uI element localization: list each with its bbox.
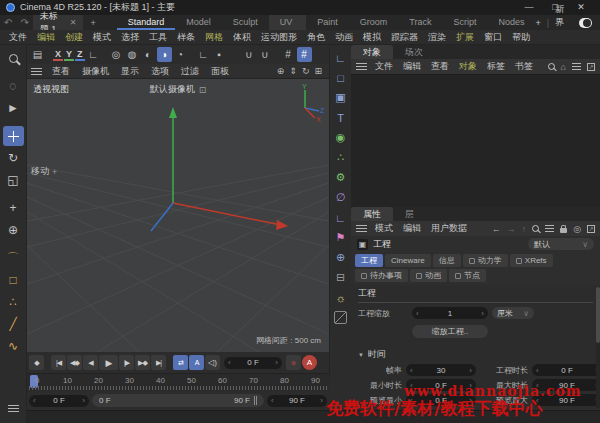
increment-icon[interactable]: ›: [82, 396, 85, 405]
duration-value[interactable]: 0 F: [539, 366, 596, 375]
menu-extensions[interactable]: 扩展: [451, 31, 479, 44]
menu-window[interactable]: 窗口: [479, 31, 507, 44]
om-menu-file[interactable]: 文件: [370, 60, 398, 73]
lock-icon[interactable]: [560, 228, 567, 233]
attr-scrollbar[interactable]: [596, 287, 600, 408]
attr-hamburger-icon[interactable]: [356, 225, 367, 232]
pan-icon[interactable]: ⇕: [289, 66, 297, 76]
target-icon[interactable]: ◎: [573, 224, 581, 234]
home-icon[interactable]: ⌂: [561, 62, 566, 72]
sketch-tool[interactable]: ∿: [3, 336, 24, 356]
axis-z-toggle[interactable]: Z: [75, 49, 85, 61]
menu-tracker[interactable]: 跟踪器: [386, 31, 423, 44]
popout-icon[interactable]: ↗: [587, 63, 595, 71]
om-menu-view[interactable]: 查看: [426, 60, 454, 73]
layout-nodes[interactable]: Nodes: [488, 15, 536, 30]
workplane-icon[interactable]: ∟: [332, 49, 350, 66]
axis-tool[interactable]: +: [3, 198, 24, 218]
workplane-toggle-icon[interactable]: ∟: [86, 47, 101, 62]
null-object-icon[interactable]: ∅: [332, 189, 350, 206]
play-button[interactable]: ▶: [99, 355, 118, 370]
preset-dropdown[interactable]: 默认 ∨: [528, 238, 594, 250]
find-tool[interactable]: [3, 48, 24, 68]
new-ui-toggle[interactable]: [579, 18, 592, 28]
layout-track[interactable]: Track: [398, 15, 442, 30]
next-frame-button[interactable]: |▶: [119, 355, 134, 370]
rotate-tool[interactable]: ↻: [3, 148, 24, 168]
tab-todo[interactable]: 待办事项: [355, 269, 408, 282]
mode-sphere-2-icon[interactable]: ◍: [125, 47, 140, 62]
prev-frame-button[interactable]: ◀: [83, 355, 98, 370]
menu-animate[interactable]: 动画: [330, 31, 358, 44]
spline-points-tool[interactable]: ∴: [3, 292, 24, 312]
add-layout-button[interactable]: +: [536, 18, 541, 28]
cluster-icon[interactable]: ∴: [332, 149, 350, 166]
viewport-canvas[interactable]: 透视视图 默认摄像机 ⊡ 移动 + 网格间距 : 500 cm Y Z X: [27, 79, 329, 352]
corner-icon[interactable]: ∟: [196, 47, 211, 62]
menu-spline[interactable]: 样条: [172, 31, 200, 44]
tab-animation[interactable]: 动画: [410, 269, 447, 282]
menu-mesh[interactable]: 网格: [200, 31, 228, 44]
menu-character[interactable]: 角色: [302, 31, 330, 44]
tab-info[interactable]: 信息: [433, 254, 461, 267]
cube-icon[interactable]: ▣: [332, 89, 350, 106]
unit-dropdown[interactable]: 厘米 ∨: [492, 307, 534, 319]
current-frame-value[interactable]: 0 F: [231, 358, 276, 367]
current-frame-field[interactable]: ‹ 0 F ›: [224, 357, 282, 369]
live-selection-tool[interactable]: ◌: [3, 76, 24, 96]
tab-xrefs[interactable]: XRefs: [510, 254, 553, 267]
menu-render[interactable]: 渲染: [423, 31, 451, 44]
dolly-icon[interactable]: ⊕: [277, 66, 285, 76]
tab-layers[interactable]: 层: [393, 207, 426, 221]
camera-toggle-icon[interactable]: ⊡: [199, 85, 207, 95]
range-start-field[interactable]: ‹ 0 F ›: [29, 395, 89, 407]
layout-script[interactable]: Script: [443, 15, 488, 30]
vp-menu-options[interactable]: 选项: [145, 65, 175, 78]
layout-uv-edit[interactable]: UV Edit: [269, 15, 307, 30]
range-end-value[interactable]: 90 F: [274, 396, 321, 405]
layout-paint[interactable]: Paint: [306, 15, 349, 30]
corner-dot-icon[interactable]: ▪: [212, 47, 227, 62]
preview-range-slider[interactable]: 0 F 90 F: [92, 394, 264, 407]
vp-menu-filter[interactable]: 过滤: [175, 65, 205, 78]
axis-x-toggle[interactable]: X: [53, 49, 63, 61]
attr-menu-userdata[interactable]: 用户数据: [426, 222, 472, 235]
menu-simulate[interactable]: 模拟: [358, 31, 386, 44]
timeline-ruler[interactable]: 0 10 20 30 40 50 60 70 80 90: [27, 373, 329, 391]
material-slot-icon[interactable]: [332, 309, 350, 326]
scrollbar-thumb[interactable]: [596, 287, 600, 343]
snap-magnet-2-icon[interactable]: ∪: [258, 47, 273, 62]
om-menu-tags[interactable]: 标签: [482, 60, 510, 73]
gear-icon[interactable]: ⚙: [332, 169, 350, 186]
up-icon[interactable]: ↑: [522, 224, 527, 234]
filter-icon[interactable]: [572, 63, 581, 70]
popout-icon[interactable]: ↗: [587, 225, 595, 233]
time-section-header[interactable]: ▼ 时间: [358, 348, 593, 361]
duration-field[interactable]: ‹0 F›: [532, 364, 600, 376]
mode-sphere-3-icon[interactable]: ◐: [141, 47, 156, 62]
close-tab-icon[interactable]: ✕: [70, 18, 77, 27]
grid-quantize-icon[interactable]: #: [297, 47, 312, 62]
mode-sphere-5-icon[interactable]: ◔: [173, 47, 188, 62]
grid-snap-icon[interactable]: #: [281, 47, 296, 62]
fps-value[interactable]: 30: [413, 366, 470, 375]
menu-create[interactable]: 创建: [60, 31, 88, 44]
move-tool[interactable]: [3, 126, 24, 146]
menu-help[interactable]: 帮助: [507, 31, 535, 44]
play-mode-button[interactable]: A: [189, 355, 204, 370]
menu-volume[interactable]: 体积: [228, 31, 256, 44]
fps-field[interactable]: ‹30›: [406, 364, 476, 376]
range-end-field[interactable]: ‹ 90 F ›: [267, 395, 327, 407]
mode-sphere-1-icon[interactable]: ◎: [109, 47, 124, 62]
vp-menu-view[interactable]: 查看: [46, 65, 76, 78]
om-hamburger-icon[interactable]: [356, 63, 367, 70]
light-icon[interactable]: ☼: [332, 289, 350, 306]
range-grip[interactable]: [254, 396, 257, 405]
material-flag-icon[interactable]: ⚑: [332, 229, 350, 246]
loop-button[interactable]: ⇄: [173, 355, 188, 370]
record-button[interactable]: ●: [286, 355, 301, 370]
project-scale-field[interactable]: ‹ 1 ›: [412, 307, 488, 319]
scale-tool[interactable]: ◱: [3, 170, 24, 190]
menu-tools[interactable]: 工具: [144, 31, 172, 44]
add-keyframe-button[interactable]: ◆: [29, 355, 44, 370]
